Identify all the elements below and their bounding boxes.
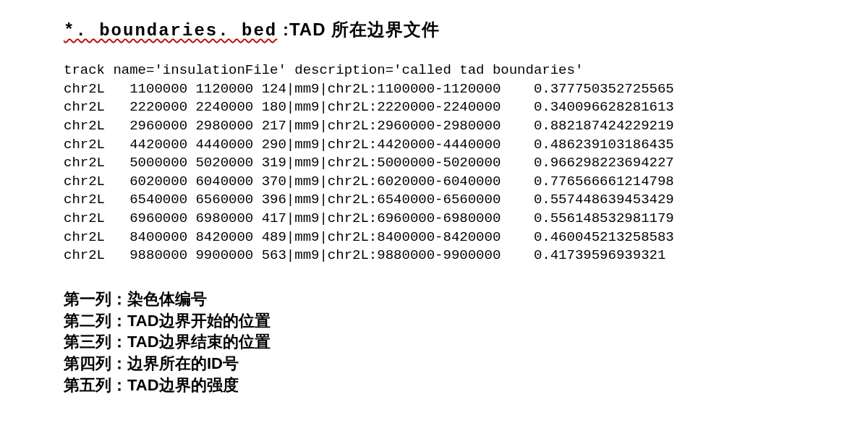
heading-filename: *. boundaries. bed (64, 21, 277, 40)
page-heading: *. boundaries. bed :TAD 所在边界文件 (64, 18, 868, 41)
legend-col4: 第四列：边界所在的ID号 (64, 353, 868, 375)
heading-desc: TAD 所在边界文件 (289, 20, 440, 39)
bed-file-content: track name='insulationFile' description=… (64, 61, 868, 265)
column-legend: 第一列：染色体编号 第二列：TAD边界开始的位置 第三列：TAD边界结束的位置 … (64, 288, 868, 396)
legend-col3: 第三列：TAD边界结束的位置 (64, 331, 868, 353)
legend-col5: 第五列：TAD边界的强度 (64, 375, 868, 396)
legend-col2: 第二列：TAD边界开始的位置 (64, 310, 868, 332)
heading-separator: : (277, 20, 289, 39)
legend-col1: 第一列：染色体编号 (64, 288, 868, 310)
